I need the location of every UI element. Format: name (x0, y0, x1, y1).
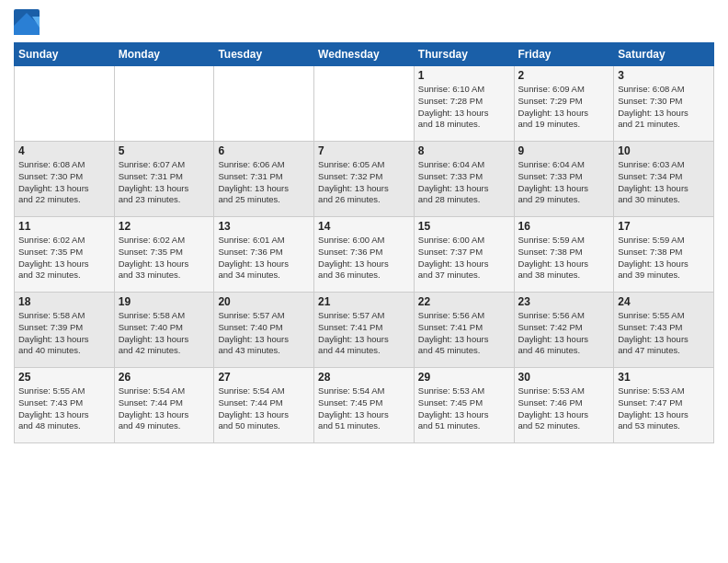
day-info: Sunrise: 6:02 AM Sunset: 7:35 PM Dayligh… (18, 235, 110, 282)
day-info: Sunrise: 6:05 AM Sunset: 7:32 PM Dayligh… (318, 159, 410, 206)
day-cell: 5Sunrise: 6:07 AM Sunset: 7:31 PM Daylig… (114, 142, 214, 217)
day-number: 29 (418, 371, 510, 384)
calendar-page: SundayMondayTuesdayWednesdayThursdayFrid… (0, 0, 728, 563)
day-info: Sunrise: 5:57 AM Sunset: 7:40 PM Dayligh… (218, 310, 310, 357)
day-info: Sunrise: 5:58 AM Sunset: 7:40 PM Dayligh… (119, 310, 210, 357)
day-cell: 9Sunrise: 6:04 AM Sunset: 7:33 PM Daylig… (514, 142, 614, 217)
day-info: Sunrise: 5:59 AM Sunset: 7:38 PM Dayligh… (618, 235, 710, 282)
day-cell: 12Sunrise: 6:02 AM Sunset: 7:35 PM Dayli… (114, 217, 214, 293)
day-info: Sunrise: 6:04 AM Sunset: 7:33 PM Dayligh… (418, 159, 510, 206)
calendar-table: SundayMondayTuesdayWednesdayThursdayFrid… (14, 42, 714, 443)
day-number: 30 (518, 371, 610, 384)
day-number: 25 (18, 371, 110, 384)
day-cell: 23Sunrise: 5:56 AM Sunset: 7:42 PM Dayli… (514, 293, 614, 368)
day-info: Sunrise: 6:04 AM Sunset: 7:33 PM Dayligh… (518, 159, 610, 206)
day-info: Sunrise: 6:00 AM Sunset: 7:37 PM Dayligh… (418, 235, 510, 282)
day-cell: 22Sunrise: 5:56 AM Sunset: 7:41 PM Dayli… (414, 293, 514, 368)
header-day-thursday: Thursday (414, 43, 514, 66)
day-cell: 3Sunrise: 6:08 AM Sunset: 7:30 PM Daylig… (614, 66, 714, 142)
day-info: Sunrise: 5:58 AM Sunset: 7:39 PM Dayligh… (18, 310, 110, 357)
week-row-3: 11Sunrise: 6:02 AM Sunset: 7:35 PM Dayli… (15, 217, 714, 293)
header-day-sunday: Sunday (15, 43, 115, 66)
day-number: 10 (618, 144, 710, 157)
day-number: 14 (318, 220, 410, 233)
day-info: Sunrise: 6:08 AM Sunset: 7:30 PM Dayligh… (618, 84, 710, 131)
header-day-monday: Monday (114, 43, 214, 66)
day-number: 18 (18, 295, 110, 308)
day-info: Sunrise: 6:00 AM Sunset: 7:36 PM Dayligh… (318, 235, 410, 282)
day-info: Sunrise: 6:09 AM Sunset: 7:29 PM Dayligh… (518, 84, 610, 131)
day-number: 4 (18, 144, 110, 157)
day-info: Sunrise: 6:03 AM Sunset: 7:34 PM Dayligh… (618, 159, 710, 206)
day-cell: 27Sunrise: 5:54 AM Sunset: 7:44 PM Dayli… (214, 368, 314, 443)
day-number: 20 (218, 295, 310, 308)
day-number: 13 (218, 220, 310, 233)
week-row-2: 4Sunrise: 6:08 AM Sunset: 7:30 PM Daylig… (15, 142, 714, 217)
day-number: 11 (18, 220, 110, 233)
day-number: 12 (119, 220, 210, 233)
calendar-header: SundayMondayTuesdayWednesdayThursdayFrid… (15, 43, 714, 66)
day-info: Sunrise: 6:08 AM Sunset: 7:30 PM Dayligh… (18, 159, 110, 206)
day-info: Sunrise: 5:53 AM Sunset: 7:46 PM Dayligh… (518, 385, 610, 432)
day-number: 7 (318, 144, 410, 157)
day-cell: 31Sunrise: 5:53 AM Sunset: 7:47 PM Dayli… (614, 368, 714, 443)
day-info: Sunrise: 5:54 AM Sunset: 7:45 PM Dayligh… (318, 385, 410, 432)
logo (14, 9, 43, 35)
day-cell: 20Sunrise: 5:57 AM Sunset: 7:40 PM Dayli… (214, 293, 314, 368)
day-cell: 18Sunrise: 5:58 AM Sunset: 7:39 PM Dayli… (15, 293, 115, 368)
day-number: 5 (119, 144, 210, 157)
logo-icon (14, 9, 40, 35)
week-row-5: 25Sunrise: 5:55 AM Sunset: 7:43 PM Dayli… (15, 368, 714, 443)
day-number: 8 (418, 144, 510, 157)
day-number: 26 (119, 371, 210, 384)
day-cell (114, 66, 214, 142)
day-info: Sunrise: 5:57 AM Sunset: 7:41 PM Dayligh… (318, 310, 410, 357)
day-cell: 28Sunrise: 5:54 AM Sunset: 7:45 PM Dayli… (314, 368, 415, 443)
day-cell: 8Sunrise: 6:04 AM Sunset: 7:33 PM Daylig… (414, 142, 514, 217)
day-cell (15, 66, 115, 142)
day-cell: 16Sunrise: 5:59 AM Sunset: 7:38 PM Dayli… (514, 217, 614, 293)
week-row-1: 1Sunrise: 6:10 AM Sunset: 7:28 PM Daylig… (15, 66, 714, 142)
day-number: 28 (318, 371, 410, 384)
day-number: 17 (618, 220, 710, 233)
day-cell: 1Sunrise: 6:10 AM Sunset: 7:28 PM Daylig… (414, 66, 514, 142)
day-cell: 10Sunrise: 6:03 AM Sunset: 7:34 PM Dayli… (614, 142, 714, 217)
header-day-wednesday: Wednesday (314, 43, 415, 66)
day-cell: 29Sunrise: 5:53 AM Sunset: 7:45 PM Dayli… (414, 368, 514, 443)
header-day-tuesday: Tuesday (214, 43, 314, 66)
day-number: 15 (418, 220, 510, 233)
day-cell: 21Sunrise: 5:57 AM Sunset: 7:41 PM Dayli… (314, 293, 415, 368)
day-number: 23 (518, 295, 610, 308)
day-info: Sunrise: 6:02 AM Sunset: 7:35 PM Dayligh… (119, 235, 210, 282)
day-number: 3 (618, 69, 710, 82)
day-number: 19 (119, 295, 210, 308)
day-number: 6 (218, 144, 310, 157)
day-info: Sunrise: 5:55 AM Sunset: 7:43 PM Dayligh… (618, 310, 710, 357)
day-number: 22 (418, 295, 510, 308)
day-cell: 11Sunrise: 6:02 AM Sunset: 7:35 PM Dayli… (15, 217, 115, 293)
header (14, 9, 714, 35)
day-number: 31 (618, 371, 710, 384)
header-day-saturday: Saturday (614, 43, 714, 66)
day-info: Sunrise: 5:54 AM Sunset: 7:44 PM Dayligh… (119, 385, 210, 432)
day-info: Sunrise: 6:10 AM Sunset: 7:28 PM Dayligh… (418, 84, 510, 131)
day-number: 16 (518, 220, 610, 233)
day-info: Sunrise: 6:07 AM Sunset: 7:31 PM Dayligh… (119, 159, 210, 206)
day-number: 24 (618, 295, 710, 308)
day-info: Sunrise: 5:55 AM Sunset: 7:43 PM Dayligh… (18, 385, 110, 432)
day-cell: 26Sunrise: 5:54 AM Sunset: 7:44 PM Dayli… (114, 368, 214, 443)
day-cell: 17Sunrise: 5:59 AM Sunset: 7:38 PM Dayli… (614, 217, 714, 293)
day-cell: 7Sunrise: 6:05 AM Sunset: 7:32 PM Daylig… (314, 142, 415, 217)
header-row: SundayMondayTuesdayWednesdayThursdayFrid… (15, 43, 714, 66)
day-cell: 13Sunrise: 6:01 AM Sunset: 7:36 PM Dayli… (214, 217, 314, 293)
day-info: Sunrise: 6:06 AM Sunset: 7:31 PM Dayligh… (218, 159, 310, 206)
calendar-body: 1Sunrise: 6:10 AM Sunset: 7:28 PM Daylig… (15, 66, 714, 443)
day-cell: 24Sunrise: 5:55 AM Sunset: 7:43 PM Dayli… (614, 293, 714, 368)
day-cell (314, 66, 415, 142)
day-cell: 19Sunrise: 5:58 AM Sunset: 7:40 PM Dayli… (114, 293, 214, 368)
day-cell: 4Sunrise: 6:08 AM Sunset: 7:30 PM Daylig… (15, 142, 115, 217)
day-cell (214, 66, 314, 142)
day-number: 1 (418, 69, 510, 82)
day-info: Sunrise: 5:53 AM Sunset: 7:47 PM Dayligh… (618, 385, 710, 432)
day-cell: 30Sunrise: 5:53 AM Sunset: 7:46 PM Dayli… (514, 368, 614, 443)
